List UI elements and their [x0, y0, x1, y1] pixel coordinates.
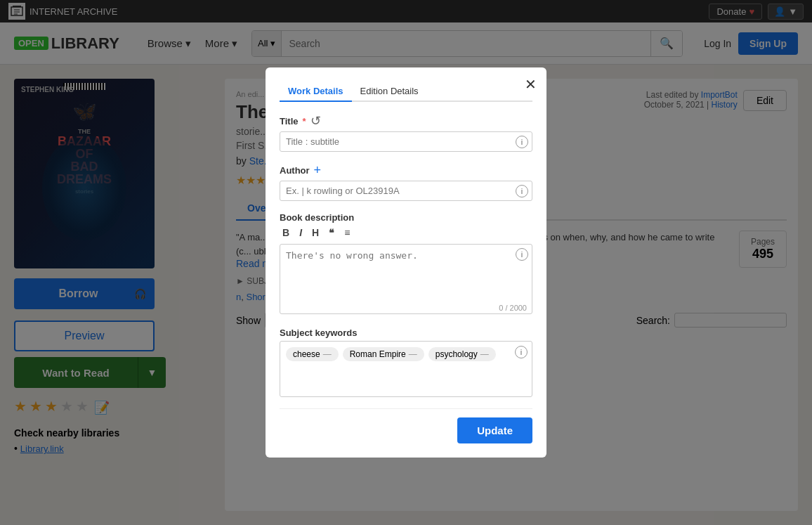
modal-tab-work[interactable]: Work Details	[280, 82, 352, 102]
keywords-box: cheese — Roman Empire — psychology — i	[280, 341, 532, 397]
remove-psychology[interactable]: —	[480, 349, 489, 359]
keyword-tags: cheese — Roman Empire — psychology —	[286, 347, 526, 361]
title-input[interactable]	[280, 131, 532, 152]
description-textarea-wrapper: 0 / 2000 i	[280, 244, 532, 316]
keywords-label: Subject keywords	[280, 328, 532, 338]
edit-modal: ✕ Work Details Edition Details Title * ↺…	[266, 67, 546, 458]
author-input-wrapper: i	[280, 181, 532, 201]
description-toolbar: B I H ❝ ≡	[280, 226, 532, 240]
modal-overlay[interactable]: ✕ Work Details Edition Details Title * ↺…	[0, 0, 812, 525]
keyword-tag-roman-empire: Roman Empire —	[343, 347, 424, 361]
keywords-info-icon[interactable]: i	[515, 346, 528, 358]
italic-button[interactable]: I	[296, 226, 305, 240]
list-button[interactable]: ≡	[341, 226, 353, 240]
keyword-tag-psychology: psychology —	[428, 347, 496, 361]
title-undo-button[interactable]: ↺	[310, 113, 321, 129]
remove-cheese[interactable]: —	[323, 349, 332, 359]
heading-button[interactable]: H	[309, 226, 322, 240]
description-field: Book description B I H ❝ ≡ 0 / 2000 i	[280, 212, 532, 316]
author-add-button[interactable]: +	[314, 163, 322, 178]
title-info-icon[interactable]: i	[516, 136, 528, 148]
bold-button[interactable]: B	[280, 226, 292, 240]
title-label: Title * ↺	[280, 113, 532, 129]
char-count: 0 / 2000	[499, 304, 527, 312]
remove-roman-empire[interactable]: —	[409, 349, 417, 359]
keyword-tag-cheese: cheese —	[286, 347, 339, 361]
description-label: Book description	[280, 212, 532, 223]
required-marker: *	[303, 116, 306, 127]
modal-footer: Update	[280, 408, 532, 443]
modal-tabs: Work Details Edition Details	[280, 82, 532, 102]
author-input[interactable]	[280, 181, 532, 201]
title-input-wrapper: i	[280, 131, 532, 152]
quote-button[interactable]: ❝	[326, 226, 337, 240]
modal-tab-edition[interactable]: Edition Details	[352, 82, 427, 102]
author-label: Author +	[280, 163, 532, 178]
description-textarea[interactable]	[280, 244, 532, 314]
description-info-icon[interactable]: i	[516, 248, 528, 261]
title-field: Title * ↺ i	[280, 113, 532, 152]
update-button[interactable]: Update	[457, 417, 532, 443]
author-field: Author + i	[280, 163, 532, 201]
keywords-field: Subject keywords cheese — Roman Empire —…	[280, 328, 532, 397]
author-info-icon[interactable]: i	[516, 185, 528, 197]
modal-close-button[interactable]: ✕	[525, 76, 537, 93]
